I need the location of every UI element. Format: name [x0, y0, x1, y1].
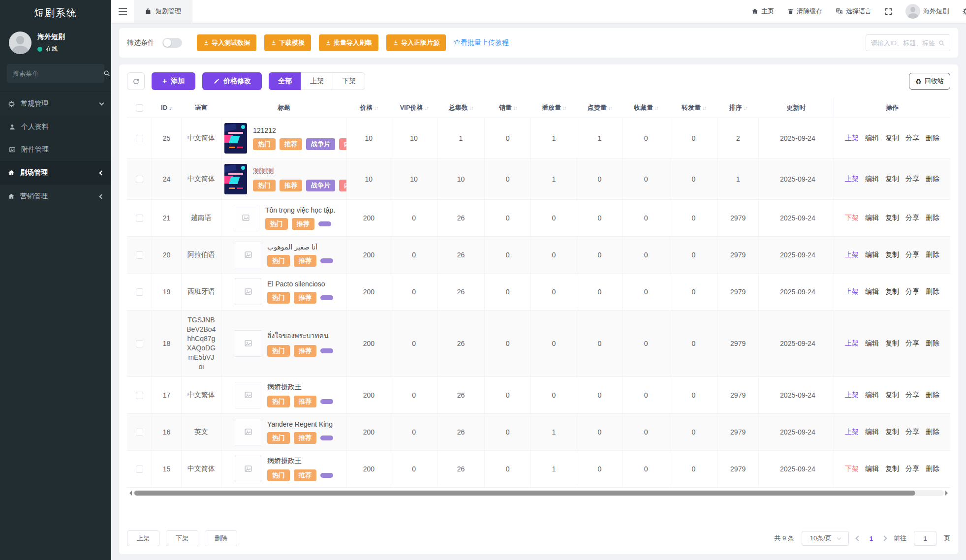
scroll-left-arrow[interactable]: [127, 491, 132, 496]
batch-delete-button[interactable]: 删除: [205, 530, 237, 546]
copy-link[interactable]: 复制: [885, 391, 899, 400]
copy-link[interactable]: 复制: [885, 428, 899, 436]
share-link[interactable]: 分享: [905, 134, 919, 143]
sort-icon[interactable]: ↓↑: [425, 105, 428, 111]
language-select-button[interactable]: 选择语言: [836, 7, 872, 16]
goto-page-input[interactable]: [914, 531, 936, 546]
sidebar-item-attachments[interactable]: 附件管理: [0, 138, 111, 161]
sort-icon[interactable]: ↓↑: [744, 105, 747, 111]
placeholder-thumbnail[interactable]: [235, 419, 261, 445]
search-icon[interactable]: [938, 40, 945, 46]
filter-toggle[interactable]: [162, 38, 182, 48]
tab-drama-management[interactable]: 短剧管理: [134, 0, 192, 23]
select-all-checkbox[interactable]: [136, 104, 143, 112]
user-menu[interactable]: 海外短剧: [905, 4, 949, 19]
share-link[interactable]: 分享: [905, 339, 919, 348]
status-toggle-link[interactable]: 下架: [845, 214, 859, 222]
placeholder-thumbnail[interactable]: [235, 279, 261, 305]
copy-link[interactable]: 复制: [885, 250, 899, 259]
poster-thumbnail[interactable]: [224, 123, 247, 154]
clear-cache-button[interactable]: 清除缓存: [787, 7, 822, 16]
row-checkbox[interactable]: [136, 135, 143, 142]
scroll-right-arrow[interactable]: [945, 491, 950, 496]
sidebar-item-theater[interactable]: 剧场管理: [0, 161, 111, 185]
sort-icon[interactable]: ↓↑: [469, 105, 473, 111]
sort-icon[interactable]: ↓↑: [562, 105, 566, 111]
status-toggle-link[interactable]: 上架: [845, 391, 859, 400]
placeholder-thumbnail[interactable]: [235, 242, 261, 268]
status-toggle-link[interactable]: 上架: [845, 134, 859, 143]
user-avatar[interactable]: [9, 31, 31, 54]
status-toggle-link[interactable]: 上架: [845, 287, 859, 296]
horizontal-scrollbar[interactable]: [127, 490, 950, 497]
placeholder-thumbnail[interactable]: [235, 382, 261, 408]
row-checkbox[interactable]: [136, 466, 143, 473]
edit-link[interactable]: 编辑: [865, 175, 879, 184]
import-test-data-button[interactable]: 导入测试数据: [197, 34, 256, 51]
sort-icon[interactable]: ↓↑: [654, 105, 658, 111]
import-licensed-source-button[interactable]: 导入正版片源: [386, 34, 446, 51]
add-button[interactable]: + 添加: [152, 72, 195, 90]
sidebar-item-general[interactable]: 常规管理: [0, 92, 111, 116]
menu-search-input[interactable]: [13, 70, 99, 77]
edit-link[interactable]: 编辑: [865, 339, 879, 348]
status-toggle-link[interactable]: 上架: [845, 428, 859, 436]
price-edit-button[interactable]: 价格修改: [202, 72, 262, 90]
row-checkbox[interactable]: [136, 288, 143, 296]
status-toggle-link[interactable]: 下架: [845, 465, 859, 473]
batch-upload-tutorial-link[interactable]: 查看批量上传教程: [454, 38, 509, 47]
sort-icon[interactable]: ↓↑: [608, 105, 612, 111]
copy-link[interactable]: 复制: [885, 465, 899, 473]
delete-link[interactable]: 删除: [926, 214, 939, 222]
sort-icon[interactable]: ↓↑: [374, 105, 377, 111]
page-number[interactable]: 1: [868, 535, 875, 542]
page-size-select[interactable]: 10条/页: [802, 531, 849, 546]
share-link[interactable]: 分享: [905, 391, 919, 400]
copy-link[interactable]: 复制: [885, 339, 899, 348]
edit-link[interactable]: 编辑: [865, 134, 879, 143]
share-link[interactable]: 分享: [905, 287, 919, 296]
copy-link[interactable]: 复制: [885, 134, 899, 143]
row-checkbox[interactable]: [136, 215, 143, 222]
delete-link[interactable]: 删除: [926, 339, 939, 348]
edit-link[interactable]: 编辑: [865, 391, 879, 400]
status-toggle-link[interactable]: 上架: [845, 175, 859, 184]
status-toggle-link[interactable]: 上架: [845, 339, 859, 348]
edit-link[interactable]: 编辑: [865, 287, 879, 296]
batch-on-shelf-button[interactable]: 上架: [127, 530, 159, 546]
share-link[interactable]: 分享: [905, 175, 919, 184]
fullscreen-button[interactable]: [885, 8, 892, 15]
placeholder-thumbnail[interactable]: [235, 456, 261, 482]
share-link[interactable]: 分享: [905, 465, 919, 473]
poster-thumbnail[interactable]: [224, 164, 247, 194]
edit-link[interactable]: 编辑: [865, 465, 879, 473]
sidebar-toggle-button[interactable]: [111, 0, 134, 23]
delete-link[interactable]: 删除: [926, 391, 939, 400]
sort-icon[interactable]: ↓↑: [169, 105, 172, 111]
delete-link[interactable]: 删除: [926, 250, 939, 259]
tab-off-shelf[interactable]: 下架: [333, 72, 365, 90]
placeholder-thumbnail[interactable]: [235, 330, 261, 357]
batch-off-shelf-button[interactable]: 下架: [166, 530, 198, 546]
placeholder-thumbnail[interactable]: [233, 205, 259, 231]
download-template-button[interactable]: 下载模板: [264, 34, 311, 51]
copy-link[interactable]: 复制: [885, 214, 899, 222]
sort-icon[interactable]: ↓↑: [513, 105, 517, 111]
delete-link[interactable]: 删除: [926, 465, 939, 473]
tab-all[interactable]: 全部: [269, 72, 301, 90]
edit-link[interactable]: 编辑: [865, 428, 879, 436]
row-checkbox[interactable]: [136, 392, 143, 399]
edit-link[interactable]: 编辑: [865, 250, 879, 259]
sidebar-item-marketing[interactable]: 营销管理: [0, 185, 111, 208]
scrollbar-thumb[interactable]: [134, 491, 915, 496]
home-link[interactable]: 主页: [751, 7, 774, 16]
status-toggle-link[interactable]: 上架: [845, 250, 859, 259]
delete-link[interactable]: 删除: [926, 175, 939, 184]
refresh-button[interactable]: [127, 72, 145, 90]
copy-link[interactable]: 复制: [885, 287, 899, 296]
share-link[interactable]: 分享: [905, 428, 919, 436]
row-checkbox[interactable]: [136, 340, 143, 347]
prev-page-button[interactable]: [855, 535, 861, 541]
sidebar-item-profile[interactable]: 个人资料: [0, 116, 111, 138]
share-link[interactable]: 分享: [905, 250, 919, 259]
